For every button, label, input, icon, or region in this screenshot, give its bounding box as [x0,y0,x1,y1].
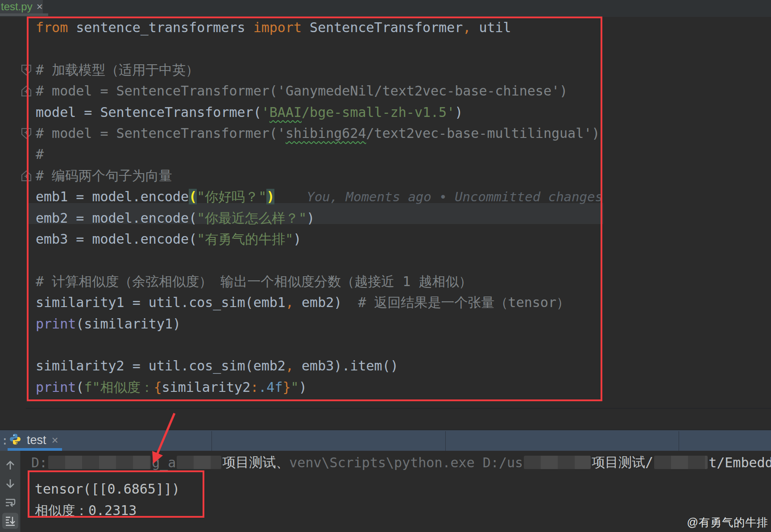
console-toolbar [0,451,21,532]
code-lines-container: from sentence_transformers import Senten… [0,17,771,429]
vcs-blame-annotation: You, Moments ago • Uncommitted changes [307,189,602,204]
path-fragment: 项目测试/ [592,454,653,470]
gutter-marker-up-icon[interactable] [20,169,33,183]
python-icon [9,433,21,447]
scroll-to-end-icon[interactable] [2,513,18,529]
path-fragment: t/Embedd [709,455,771,470]
code-editor[interactable]: from sentence_transformers import Senten… [0,17,771,429]
run-tab-test[interactable]: test × [6,430,61,450]
header-divider [211,431,212,451]
run-tab-label: test [27,433,46,447]
code-line[interactable]: emb2 = model.encode("你最近怎么样？") [36,208,315,229]
console-output-similarity[interactable]: 相似度：0.2313 [35,500,137,521]
redaction-block [48,456,151,469]
close-icon[interactable]: × [52,433,58,447]
header-divider [445,431,446,451]
console-path-line[interactable]: D:g_a项目测试、venv\Scripts\python.exe D:/us项… [31,454,771,470]
redaction-block [654,456,708,469]
run-console[interactable]: D:g_a项目测试、venv\Scripts\python.exe D:/us项… [0,451,771,532]
code-line[interactable]: # [36,144,44,165]
ide-window: test.py × from sentence_transformers imp… [0,0,771,532]
code-line[interactable]: # 编码两个句子为向量 [36,165,172,186]
code-line[interactable]: # model = SentenceTransformer('GanymedeN… [36,80,568,101]
soft-wrap-icon[interactable] [2,495,18,511]
path-fragment: 项目测试、 [222,454,289,470]
scroll-up-icon[interactable] [2,457,18,473]
path-fragment: g_a [152,455,176,470]
code-line[interactable]: print(f"相似度：{similarity2:.4f}") [36,377,307,398]
path-fragment: D: [31,455,47,470]
code-line[interactable]: # 计算相似度（余弦相似度） 输出一个相似度分数（越接近 1 越相似） [36,271,472,292]
close-icon[interactable]: × [37,1,43,12]
gutter-marker-down-icon[interactable] [20,63,33,77]
gutter-marker-down-icon[interactable] [20,127,33,140]
editor-tab-bar: test.py × [0,0,771,17]
code-line[interactable]: from sentence_transformers import Senten… [36,17,511,38]
code-line[interactable]: emb1 = model.encode("你好吗？")You, Moments … [36,186,603,207]
tab-title: test.py [1,0,33,13]
editor-console-splitter[interactable] [26,408,771,409]
code-line[interactable]: print(similarity1) [36,313,181,334]
header-divider [679,431,679,451]
scroll-down-icon[interactable] [2,476,18,492]
code-line[interactable]: similarity1 = util.cos_sim(emb1, emb2) #… [36,292,570,313]
code-line[interactable]: model = SentenceTransformer('BAAI/bge-sm… [36,102,463,123]
gutter-marker-up-icon[interactable] [20,84,33,98]
code-line[interactable]: # 加载模型（适用于中英） [36,59,199,80]
path-fragment: venv\Scripts\python.exe D:/us [289,455,523,470]
redaction-block [524,456,591,469]
tab-test-py[interactable]: test.py × [0,0,43,13]
code-line[interactable]: # model = SentenceTransformer('shibing62… [36,123,600,144]
code-line[interactable]: emb3 = model.encode("有勇气的牛排") [36,229,301,249]
console-output-tensor[interactable]: tensor([[0.6865]]) [35,478,180,499]
watermark: @有勇气的牛排 [687,515,768,530]
code-line[interactable]: similarity2 = util.cos_sim(emb2, emb3).i… [36,355,398,376]
redaction-block [177,456,221,469]
tab-scroll-indicator [0,13,48,16]
run-toolwindow-header: : test × [0,429,771,451]
